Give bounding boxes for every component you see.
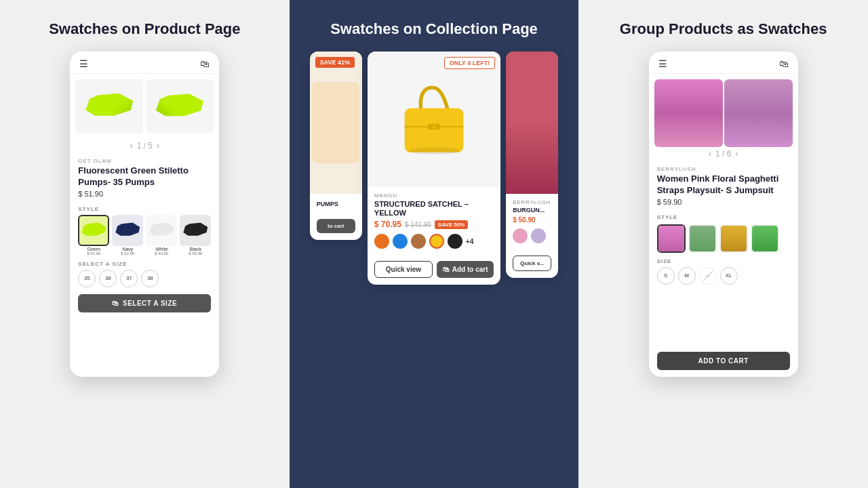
- product-info-left: GET GLAM Fluorescent Green Stiletto Pump…: [70, 152, 219, 203]
- style-swatch-2[interactable]: [688, 224, 717, 253]
- svg-point-3: [432, 125, 437, 129]
- style-swatches-right: [649, 222, 798, 256]
- hamburger-icon[interactable]: ☰: [79, 58, 88, 69]
- style-swatch-4[interactable]: [751, 224, 779, 253]
- swatch-navy[interactable]: Navy $ 52.50: [112, 215, 143, 256]
- card-left-cart-btn[interactable]: to cart: [317, 219, 355, 233]
- svg-rect-0: [405, 108, 464, 152]
- size-circles-left: 35 36 37 38: [70, 268, 219, 291]
- swatch-price-green: $ 51.90: [78, 251, 109, 256]
- product-name-left: Fluorescent Green Stiletto Pumps- 35 Pum…: [78, 165, 211, 188]
- card-featured-info: MANGO STRUCTURED SATCHEL – YELLOW $ 70.9…: [368, 187, 500, 257]
- card-orig-price: $ 141.90: [405, 221, 431, 228]
- quick-view-button-right[interactable]: Quick v...: [513, 256, 551, 271]
- cart-btn-icon: 🛍: [112, 300, 119, 307]
- add-to-cart-button-featured[interactable]: 🛍 Add to cart: [437, 261, 494, 278]
- svg-line-5: [703, 270, 713, 281]
- card-left-name: PUMPS: [317, 201, 355, 208]
- panel-product-page: Swatches on Product Page ☰ 🛍 ‹ 1 / 5: [0, 0, 290, 488]
- product-info-right: BERRYLUSH Women Pink Floral Spaghetti St…: [649, 161, 798, 211]
- add-cart-label: Add to cart: [452, 266, 488, 273]
- handbag-svg: [390, 79, 478, 160]
- swatch-name-navy: Navy: [112, 247, 143, 251]
- card-left-actions: to cart: [310, 215, 362, 240]
- card-right-sale-price: $ 50.90: [513, 216, 535, 224]
- size-38[interactable]: 38: [141, 270, 159, 287]
- product-images-left: [70, 74, 219, 139]
- swatch-img-navy: [112, 215, 143, 246]
- panel-group-products: Group Products as Swatches ☰ 🛍: [578, 0, 868, 488]
- select-size-button[interactable]: 🛍 SELECT A SIZE: [78, 294, 211, 312]
- cart-icon-right[interactable]: 🛍: [779, 58, 789, 69]
- product-img-box-2: [146, 79, 214, 134]
- size-36[interactable]: 36: [99, 270, 117, 287]
- card-right-partial: BERRYLUSH BURGUN... $ 50.90 Quick v...: [506, 52, 558, 278]
- card-left-info: PUMPS: [310, 194, 362, 215]
- swatch-img-white: [146, 215, 177, 246]
- size-37[interactable]: 37: [120, 270, 138, 287]
- partial-shoe-img: [312, 82, 359, 163]
- color-tan[interactable]: [411, 234, 426, 249]
- color-yellow[interactable]: [429, 234, 444, 249]
- nav-text: 1 / 5: [137, 141, 153, 150]
- card-featured-actions: Quick view 🛍 Add to cart: [368, 257, 500, 285]
- style-swatch-1[interactable]: [657, 224, 686, 253]
- card-featured: ONLY 4 LEFT!: [368, 52, 500, 285]
- card-right-name: BURGUN...: [513, 207, 551, 214]
- card-right-actions: Quick v...: [506, 251, 558, 278]
- color-lavender-right[interactable]: [531, 228, 546, 243]
- hamburger-icon-right[interactable]: ☰: [658, 58, 667, 69]
- panel-left-title: Swatches on Product Page: [49, 20, 240, 38]
- size-xl[interactable]: XL: [720, 267, 738, 285]
- swatch-green[interactable]: Green $ 51.90: [78, 215, 109, 256]
- swatch-price-white: $ 40.90: [146, 251, 177, 256]
- size-m[interactable]: M: [678, 267, 696, 285]
- color-black[interactable]: [448, 234, 462, 249]
- color-blue[interactable]: [393, 234, 408, 249]
- brand-label-left: GET GLAM: [78, 158, 211, 164]
- style-label-right: STYLE: [649, 211, 798, 222]
- size-l[interactable]: L: [699, 267, 717, 285]
- swatch-name-black: Black: [180, 247, 211, 251]
- more-colors-count[interactable]: +4: [466, 238, 473, 245]
- swatch-black[interactable]: Black $ 50.00: [180, 215, 211, 256]
- style-swatches-left: Green $ 51.90 Navy $ 52.50 White: [70, 214, 219, 258]
- svg-point-4: [408, 147, 460, 155]
- nav-text-right: 1 / 6: [715, 149, 731, 159]
- card-featured-img-container: ONLY 4 LEFT!: [368, 52, 500, 187]
- size-section-label-left: SELECT A SIZE: [70, 258, 219, 268]
- swatch-img-black: [180, 215, 211, 246]
- size-s[interactable]: S: [657, 267, 675, 285]
- color-orange[interactable]: [374, 234, 389, 249]
- card-featured-name: STRUCTURED SATCHEL – YELLOW: [374, 200, 494, 218]
- swatch-price-black: $ 50.00: [180, 251, 211, 256]
- prev-arrow[interactable]: ‹: [130, 141, 133, 150]
- card-left-img-container: SAVE 41%: [310, 52, 362, 194]
- cart-icon-left[interactable]: 🛍: [200, 58, 210, 69]
- image-nav-right: ‹ 1 / 6 ›: [649, 147, 798, 161]
- card-right-img-container: [506, 52, 558, 194]
- gallery-img-1: [654, 79, 723, 147]
- card-right-info: BERRYLUSH BURGUN... $ 50.90: [506, 194, 558, 251]
- collection-cards: SAVE 41% PUMPS to cart ONLY 4 LEFT!: [303, 52, 566, 285]
- quick-view-button[interactable]: Quick view: [374, 261, 433, 278]
- style-swatch-3[interactable]: [719, 224, 748, 253]
- shoe-image-green-right: [156, 88, 203, 125]
- prev-arrow-right[interactable]: ‹: [709, 149, 711, 159]
- swatch-white[interactable]: White $ 40.90: [146, 215, 177, 256]
- next-arrow[interactable]: ›: [157, 141, 159, 150]
- card-right-brand: BERRYLUSH: [513, 199, 551, 205]
- size-35[interactable]: 35: [78, 270, 96, 287]
- card-save-badge: SAVE 50%: [435, 220, 468, 229]
- card-featured-prices: $ 70.95 $ 141.90 SAVE 50%: [374, 220, 494, 229]
- shoe-image-green-left: [85, 88, 133, 125]
- swatch-name-green: Green: [78, 247, 109, 251]
- color-swatches-right: [513, 226, 551, 246]
- card-featured-badge: ONLY 4 LEFT!: [444, 57, 496, 69]
- color-pink-right[interactable]: [513, 228, 528, 243]
- size-label-right: SIZE: [649, 256, 798, 266]
- next-arrow-right[interactable]: ›: [735, 149, 738, 159]
- style-label-left: STYLE: [70, 203, 219, 214]
- add-to-cart-button-right[interactable]: Add to cart: [657, 352, 790, 370]
- phone-topbar-left: ☰ 🛍: [70, 52, 219, 74]
